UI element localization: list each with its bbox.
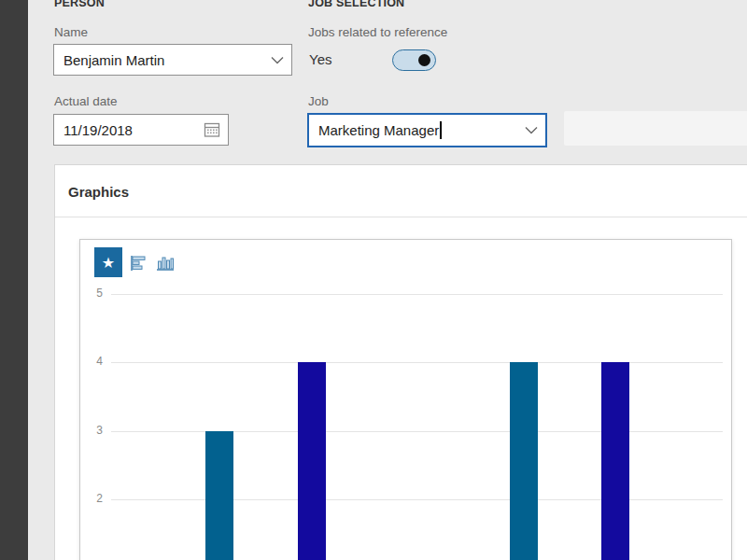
gridline bbox=[111, 362, 723, 363]
job-label: Job bbox=[308, 94, 329, 108]
name-combobox[interactable]: Benjamin Martin bbox=[53, 44, 292, 76]
horizontal-bar-chart-icon[interactable] bbox=[131, 256, 148, 271]
bar-series-1-cat1 bbox=[205, 431, 233, 560]
toggle-knob bbox=[418, 54, 430, 66]
job-value: Marketing Manager bbox=[318, 122, 439, 138]
star-icon: ★ bbox=[102, 254, 115, 272]
actual-date-input[interactable]: 11/19/2018 bbox=[53, 114, 229, 146]
bar-series-2-cat2 bbox=[601, 362, 629, 560]
name-label: Name bbox=[54, 25, 88, 39]
bar-series-1-cat2 bbox=[510, 362, 538, 560]
graphics-panel-title: Graphics bbox=[68, 184, 129, 200]
gridline bbox=[111, 294, 723, 295]
sidebar-nav-strip bbox=[0, 0, 28, 560]
job-combobox[interactable]: Marketing Manager bbox=[307, 113, 547, 147]
chart-card: ★ 5432 bbox=[79, 239, 732, 560]
job-section-title: JOB SELECTION bbox=[308, 0, 404, 9]
jobs-related-toggle[interactable] bbox=[392, 49, 436, 71]
y-tick-label: 5 bbox=[80, 287, 103, 300]
name-value: Benjamin Martin bbox=[63, 52, 271, 68]
text-caret bbox=[440, 121, 442, 139]
chevron-down-icon bbox=[525, 126, 538, 134]
favorite-star-button[interactable]: ★ bbox=[94, 247, 122, 277]
graphics-panel-header: Graphics bbox=[55, 165, 747, 217]
chevron-down-icon bbox=[271, 56, 284, 64]
y-tick-label: 3 bbox=[80, 424, 103, 437]
actual-date-value: 11/19/2018 bbox=[63, 122, 204, 138]
disabled-field bbox=[564, 111, 747, 146]
graphics-panel: Graphics ★ 5432 bbox=[54, 164, 747, 560]
toggle-state-label: Yes bbox=[309, 51, 331, 67]
y-tick-label: 4 bbox=[80, 355, 103, 368]
y-tick-label: 2 bbox=[80, 492, 103, 505]
bar-series-2-cat1 bbox=[298, 362, 326, 560]
person-section-title: PERSON bbox=[54, 0, 105, 9]
gridline bbox=[111, 499, 723, 500]
column-chart-icon[interactable] bbox=[157, 256, 174, 271]
gridline bbox=[111, 431, 723, 432]
actual-date-label: Actual date bbox=[54, 94, 118, 108]
calendar-icon[interactable] bbox=[204, 121, 220, 138]
jobs-related-label: Jobs related to reference bbox=[308, 25, 447, 39]
